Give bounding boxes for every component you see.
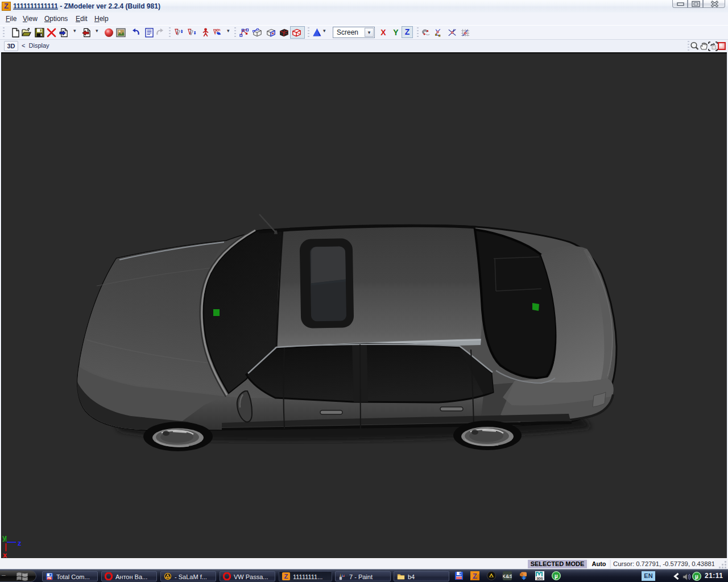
svg-text:z: z — [18, 539, 22, 547]
svg-text:x: x — [3, 551, 7, 558]
svg-text:µ: µ — [555, 573, 558, 579]
svg-text:µ: µ — [695, 573, 698, 580]
svg-text:Z: Z — [473, 572, 477, 580]
svg-text:Z: Z — [284, 573, 288, 580]
svg-text:3DS: 3DS — [536, 577, 543, 580]
svg-text:K&S: K&S — [503, 573, 512, 579]
svg-text:y: y — [2, 533, 7, 542]
svg-text:PE: PE — [47, 576, 52, 580]
